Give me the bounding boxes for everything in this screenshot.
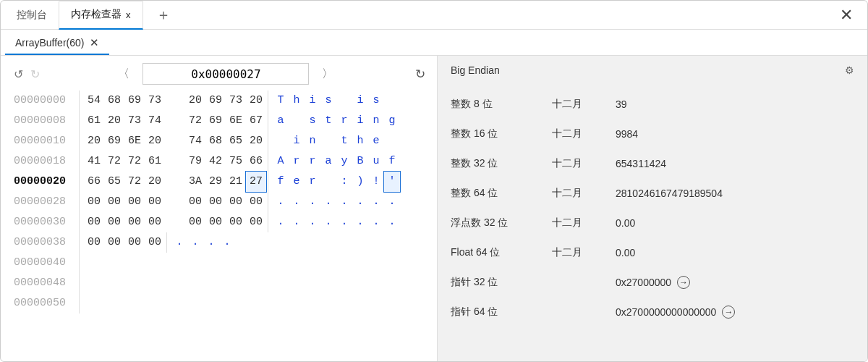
hex-ascii-char[interactable]: s	[320, 90, 336, 111]
hex-ascii-char[interactable]	[320, 172, 336, 192]
hex-ascii-char[interactable]	[320, 131, 336, 151]
hex-ascii-char[interactable]: n	[305, 131, 320, 151]
hex-ascii-char[interactable]: t	[336, 131, 352, 151]
hex-ascii-char[interactable]: g	[384, 111, 400, 131]
settings-button[interactable]: ⚙	[845, 64, 854, 76]
hex-byte[interactable]: 66	[246, 151, 266, 172]
hex-byte[interactable]: 20	[145, 131, 165, 151]
hex-address[interactable]: 00000010	[14, 131, 77, 151]
hex-ascii-char[interactable]: .	[320, 212, 336, 232]
hex-ascii-char[interactable]: s	[368, 90, 384, 111]
hex-address[interactable]: 00000040	[14, 253, 77, 273]
hex-ascii-char[interactable]: .	[384, 192, 400, 212]
hex-ascii-char[interactable]: )	[352, 172, 368, 192]
hex-ascii-char[interactable]: .	[320, 192, 336, 212]
hex-byte[interactable]: 61	[145, 151, 165, 172]
value-format-label[interactable]: 十二月	[552, 246, 616, 259]
hex-ascii-char[interactable]: i	[305, 90, 320, 111]
hex-byte[interactable]: 68	[205, 131, 226, 151]
hex-ascii-char[interactable]: h	[289, 90, 305, 111]
sub-tab-arraybuffer[interactable]: ArrayBuffer(60) ✕	[5, 32, 109, 55]
hex-ascii-char[interactable]: e	[289, 172, 305, 192]
redo-icon[interactable]: ↻	[30, 68, 40, 80]
hex-ascii-char[interactable]: .	[305, 192, 320, 212]
hex-ascii-char[interactable]: T	[273, 90, 289, 111]
hex-ascii-char[interactable]: .	[336, 192, 352, 212]
hex-byte[interactable]: 27	[246, 172, 266, 192]
hex-byte[interactable]: 20	[185, 90, 205, 111]
hex-byte[interactable]: 69	[205, 111, 226, 131]
hex-ascii-char[interactable]: f	[384, 151, 400, 172]
hex-ascii-char[interactable]: s	[305, 111, 320, 131]
hex-byte[interactable]: 00	[84, 212, 104, 232]
prev-address-button[interactable]: 〈	[112, 67, 135, 82]
hex-ascii-char[interactable]: r	[289, 151, 305, 172]
hex-address[interactable]: 00000000	[14, 90, 77, 111]
next-address-button[interactable]: 〉	[316, 67, 339, 82]
hex-byte[interactable]: 00	[246, 212, 266, 232]
hex-ascii-char[interactable]: .	[203, 232, 219, 253]
hex-ascii-char[interactable]: .	[273, 212, 289, 232]
hex-address[interactable]: 00000018	[14, 151, 77, 172]
refresh-button[interactable]: ↻	[415, 67, 425, 82]
hex-byte[interactable]: 73	[145, 90, 165, 111]
hex-byte[interactable]: 54	[84, 90, 104, 111]
hex-ascii-char[interactable]: .	[336, 212, 352, 232]
hex-ascii-char[interactable]: A	[273, 151, 289, 172]
hex-byte[interactable]: 72	[124, 172, 145, 192]
value-format-label[interactable]: 十二月	[552, 98, 616, 111]
hex-byte[interactable]: 00	[226, 212, 246, 232]
hex-byte[interactable]: 20	[104, 111, 124, 131]
hex-ascii-char[interactable]	[384, 131, 400, 151]
hex-ascii-char[interactable]: .	[171, 232, 187, 253]
tab-console[interactable]: 控制台	[5, 1, 59, 30]
hex-byte[interactable]: 20	[84, 131, 104, 151]
hex-ascii-char[interactable]: r	[305, 172, 320, 192]
hex-ascii-char[interactable]: .	[289, 192, 305, 212]
hex-address[interactable]: 00000028	[14, 192, 77, 212]
undo-icon[interactable]: ↺	[14, 68, 23, 80]
hex-ascii-char[interactable]: '	[384, 172, 400, 192]
hex-ascii-char[interactable]: f	[273, 172, 289, 192]
hex-byte[interactable]: 3A	[185, 172, 205, 192]
hex-ascii-char[interactable]: !	[368, 172, 384, 192]
hex-ascii-char[interactable]: u	[368, 151, 384, 172]
hex-ascii-char[interactable]: :	[336, 172, 352, 192]
hex-byte[interactable]: 67	[246, 111, 266, 131]
hex-byte[interactable]: 00	[104, 192, 124, 212]
value-format-label[interactable]: 十二月	[552, 127, 616, 140]
hex-byte[interactable]: 66	[84, 172, 104, 192]
hex-ascii-char[interactable]: t	[320, 111, 336, 131]
hex-byte[interactable]: 00	[84, 232, 104, 253]
hex-byte[interactable]: 00	[246, 192, 266, 212]
address-input[interactable]	[142, 63, 309, 85]
hex-byte[interactable]: 73	[226, 90, 246, 111]
hex-byte[interactable]: 69	[205, 90, 226, 111]
hex-ascii-char[interactable]: i	[352, 111, 368, 131]
hex-ascii-char[interactable]: i	[352, 90, 368, 111]
hex-ascii-char[interactable]: n	[368, 111, 384, 131]
hex-ascii-char[interactable]: .	[368, 192, 384, 212]
hex-ascii-char[interactable]: .	[219, 232, 235, 253]
add-tab-button[interactable]: ＋	[150, 1, 176, 30]
value-format-label[interactable]: 十二月	[552, 187, 616, 200]
hex-ascii-char[interactable]	[384, 90, 400, 111]
hex-byte[interactable]: 00	[185, 212, 205, 232]
hex-byte[interactable]: 20	[145, 172, 165, 192]
hex-byte[interactable]: 65	[226, 131, 246, 151]
hex-ascii-char[interactable]: r	[336, 111, 352, 131]
close-icon[interactable]: x	[126, 9, 131, 20]
hex-byte[interactable]: 74	[145, 111, 165, 131]
hex-address[interactable]: 00000038	[14, 232, 77, 253]
hex-byte[interactable]: 00	[205, 212, 226, 232]
hex-ascii-char[interactable]	[336, 90, 352, 111]
hex-byte[interactable]: 65	[104, 172, 124, 192]
hex-ascii-char[interactable]: .	[368, 212, 384, 232]
hex-address[interactable]: 00000008	[14, 111, 77, 131]
hex-ascii-char[interactable]: y	[336, 151, 352, 172]
value-format-label[interactable]: 十二月	[552, 157, 616, 170]
hex-byte[interactable]: 00	[104, 212, 124, 232]
hex-address[interactable]: 00000050	[14, 293, 77, 313]
hex-byte[interactable]: 68	[104, 90, 124, 111]
hex-byte[interactable]: 00	[205, 192, 226, 212]
